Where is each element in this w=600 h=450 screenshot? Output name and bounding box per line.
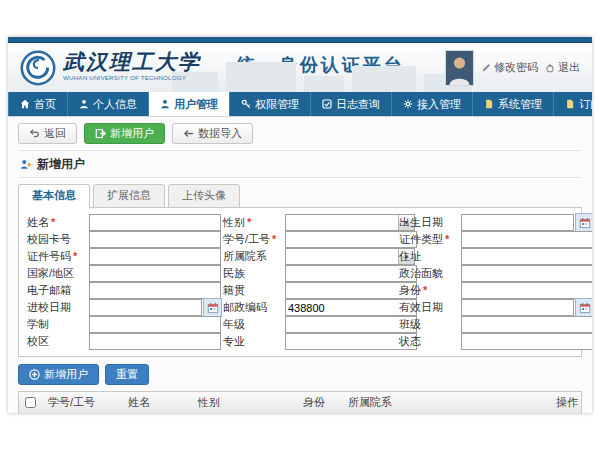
column-header-6: 操作: [551, 395, 581, 410]
date-input[interactable]: [89, 299, 202, 316]
field-label: 籍贯: [219, 283, 285, 298]
nav-item-label: 系统管理: [498, 97, 542, 112]
tab-3[interactable]: 上传头像: [168, 184, 240, 208]
text-input[interactable]: [461, 316, 592, 333]
field-label: 学制: [23, 317, 89, 332]
text-input[interactable]: [89, 231, 221, 248]
form-field: 姓名*: [23, 214, 219, 231]
date-input[interactable]: [461, 214, 574, 231]
back-button[interactable]: 返回: [18, 123, 77, 144]
required-asterisk: *: [272, 233, 276, 245]
add-user-doc-icon: [95, 128, 106, 139]
page-title: 统一身份认证平台: [237, 53, 405, 77]
form-field: 进校日期: [23, 299, 219, 316]
user-plus-icon: [20, 159, 32, 170]
main-content: 返回 新增用户 数据导入: [8, 116, 592, 413]
field-label: 身份*: [395, 283, 461, 298]
form-field: 民族: [219, 265, 395, 282]
nav-item-2[interactable]: 个人信息: [68, 92, 149, 116]
back-button-label: 返回: [44, 127, 66, 140]
pencil-icon: [481, 63, 491, 73]
calendar-icon[interactable]: [575, 298, 592, 317]
nav-item-1[interactable]: 首页: [8, 92, 68, 116]
required-asterisk: *: [247, 216, 251, 228]
toolbar: 返回 新增用户 数据导入: [8, 117, 592, 148]
form-field: 身份*: [395, 282, 592, 299]
nav-item-label: 用户管理: [174, 97, 218, 112]
field-label: 政治面貌: [395, 266, 461, 281]
nav-item-7[interactable]: 系统管理: [473, 92, 554, 116]
change-password-link[interactable]: 修改密码: [481, 60, 538, 75]
form-field: 状态: [395, 333, 592, 350]
data-import-button[interactable]: 数据导入: [172, 123, 253, 144]
tab-2[interactable]: 扩展信息: [93, 184, 165, 208]
app-window: 武汉理工大学 WUHAN UNIVERSITY OF TECHNOLOGY 统一…: [8, 37, 592, 413]
nav-item-3[interactable]: 用户管理: [149, 92, 230, 116]
field-label: 国家/地区: [23, 266, 89, 281]
required-asterisk: *: [423, 284, 427, 296]
key-icon: [241, 99, 251, 109]
text-input[interactable]: [461, 282, 592, 299]
doc-icon: [565, 99, 575, 109]
form-field: 住址: [395, 248, 592, 265]
calendar-icon[interactable]: [575, 213, 592, 232]
logout-link[interactable]: 退出: [545, 60, 580, 75]
form-field: 学制: [23, 316, 219, 333]
nav-item-4[interactable]: 权限管理: [230, 92, 311, 116]
power-icon: [545, 63, 555, 73]
form-field: 政治面貌: [395, 265, 592, 282]
nav-item-6[interactable]: 接入管理: [392, 92, 473, 116]
table-header-row: 学号/工号姓名性别身份所属院系操作: [19, 392, 581, 413]
date-input[interactable]: [461, 299, 574, 316]
nav-item-8[interactable]: 订阅管理: [554, 92, 600, 116]
field-label: 进校日期: [23, 300, 89, 315]
reset-button[interactable]: 重置: [105, 364, 149, 385]
form-field: 校区: [23, 333, 219, 350]
user-icon: [160, 99, 170, 109]
select-all-checkbox[interactable]: [25, 397, 36, 408]
form-field: 国家/地区: [23, 265, 219, 282]
submit-add-user-label: 新增用户: [44, 368, 88, 381]
form-field: 证件类型*: [395, 231, 592, 248]
text-input[interactable]: [89, 282, 221, 299]
form-field: 出生日期: [395, 214, 592, 231]
field-label: 班级: [395, 317, 461, 332]
field-label: 年级: [219, 317, 285, 332]
log-icon: [322, 99, 332, 109]
text-input[interactable]: [461, 265, 592, 282]
text-input[interactable]: [89, 214, 221, 231]
field-label: 民族: [219, 266, 285, 281]
text-input[interactable]: [89, 248, 221, 265]
form-actions: 新增用户 重置: [18, 364, 582, 385]
form-field: 专业: [219, 333, 395, 350]
text-input[interactable]: [461, 231, 592, 248]
university-name-cn: 武汉理工大学: [63, 52, 221, 73]
nav-item-label: 接入管理: [417, 97, 461, 112]
form-panel: 姓名*性别*▼出生日期校园卡号学号/工号*证件类型*证件号码*所属院系▼住址国家…: [18, 207, 582, 357]
nav-item-label: 首页: [34, 97, 56, 112]
tab-1[interactable]: 基本信息: [18, 184, 90, 209]
text-input[interactable]: [89, 333, 221, 350]
form-field: 有效日期: [395, 299, 592, 316]
field-label: 专业: [219, 334, 285, 349]
nav-item-label: 订阅管理: [579, 97, 600, 112]
data-import-label: 数据导入: [198, 127, 242, 140]
field-label: 有效日期: [395, 300, 461, 315]
text-input[interactable]: [461, 333, 592, 350]
field-label: 住址: [395, 249, 461, 264]
column-header-3: 性别: [193, 395, 298, 410]
form-field: 所属院系▼: [219, 248, 395, 265]
submit-add-user-button[interactable]: 新增用户: [18, 364, 99, 385]
university-logo: [20, 50, 56, 86]
field-label: 证件类型*: [395, 232, 461, 247]
add-user-toolbar-button[interactable]: 新增用户: [84, 123, 165, 144]
column-header-1: 学号/工号: [43, 395, 123, 410]
text-input[interactable]: [461, 248, 592, 265]
column-header-2: 姓名: [123, 395, 193, 410]
add-user-toolbar-label: 新增用户: [110, 127, 154, 140]
required-asterisk: *: [445, 233, 449, 245]
university-name-en: WUHAN UNIVERSITY OF TECHNOLOGY: [63, 75, 186, 81]
nav-item-5[interactable]: 日志查询: [311, 92, 392, 116]
text-input[interactable]: [89, 265, 221, 282]
text-input[interactable]: [89, 316, 221, 333]
